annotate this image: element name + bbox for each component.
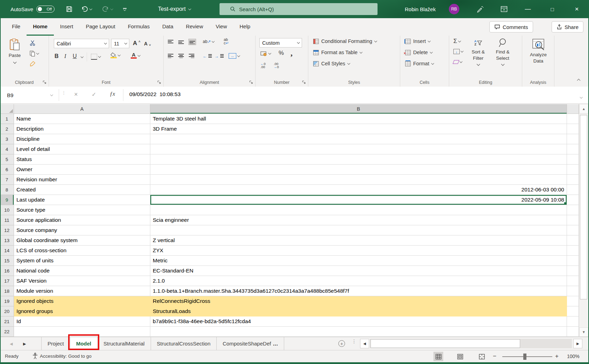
cell-c12[interactable] [567, 225, 579, 235]
normal-view-button[interactable] [433, 352, 443, 361]
cell-a17[interactable]: SAF Version [14, 276, 150, 286]
cell-a10[interactable]: Source type [14, 205, 150, 215]
cancel-entry-icon[interactable]: × [74, 91, 78, 98]
scroll-left-button[interactable]: ◀ [360, 339, 369, 348]
cell-a15[interactable]: System of units [14, 256, 150, 266]
row-header-17[interactable]: 17 [0, 276, 14, 286]
customize-quick-access-button[interactable] [123, 0, 127, 18]
cell-a18[interactable]: Module version [14, 286, 150, 296]
row-header-1[interactable]: 1 [0, 114, 14, 124]
cell-b7[interactable] [150, 175, 567, 185]
cell-b14[interactable]: ZYX [150, 246, 567, 256]
ribbon-tab-view[interactable]: View [209, 18, 233, 36]
merge-center-button[interactable]: ↔ [229, 53, 240, 59]
cell-b5[interactable] [150, 154, 567, 165]
cell-c11[interactable] [567, 215, 579, 225]
cell-c17[interactable] [567, 276, 579, 286]
cell-c16[interactable] [567, 266, 579, 276]
paste-button[interactable]: Paste [6, 38, 24, 63]
orientation-button[interactable]: ab↗ [203, 39, 214, 44]
row-header-5[interactable]: 5 [0, 154, 14, 165]
sheet-tab-model[interactable]: Model [70, 337, 98, 350]
font-dialog-launcher[interactable] [157, 80, 161, 84]
bottom-align-button[interactable] [189, 39, 196, 45]
cell-b19[interactable]: RelConnectsRigidCross [150, 296, 567, 306]
copy-button[interactable] [29, 50, 39, 57]
cut-button[interactable] [29, 40, 36, 46]
document-title[interactable]: Test-export [158, 0, 191, 18]
cell-c10[interactable] [567, 205, 579, 215]
cell-a6[interactable]: Owner [14, 165, 150, 175]
column-header-b[interactable]: B [150, 104, 567, 114]
sheet-tab-structuralmaterial[interactable]: StructuralMaterial [98, 337, 151, 350]
cell-c21[interactable] [567, 316, 579, 327]
cell-a16[interactable]: National code [14, 266, 150, 276]
row-header-18[interactable]: 18 [0, 286, 14, 296]
collapse-ribbon-button[interactable] [577, 77, 580, 83]
share-button[interactable]: Share [552, 21, 583, 32]
search-input[interactable]: Search (Alt+Q) [220, 3, 378, 15]
find-select-button[interactable]: Find & Select [491, 38, 514, 65]
cell-a3[interactable]: Discipline [14, 134, 150, 144]
ribbon-tab-insert[interactable]: Insert [54, 18, 80, 36]
confirm-entry-icon[interactable]: ✓ [92, 91, 96, 98]
ribbon-tab-file[interactable]: File [6, 18, 27, 36]
sheet-tab-compositeshapedef[interactable]: CompositeShapeDef… [217, 337, 284, 350]
sheet-nav-next-icon[interactable]: ▶ [23, 342, 26, 346]
horizontal-scrollbar-track[interactable] [370, 339, 572, 348]
borders-button[interactable] [91, 54, 101, 60]
cell-b11[interactable]: Scia enginneer [150, 215, 567, 225]
vertical-scrollbar-thumb[interactable] [580, 115, 587, 299]
formula-bar-resize-handle[interactable]: ⋮ [62, 92, 66, 94]
insert-function-icon[interactable]: ƒx [110, 91, 115, 97]
cell-c6[interactable] [567, 165, 579, 175]
cell-c5[interactable] [567, 154, 579, 165]
percent-style-button[interactable]: % [279, 50, 284, 57]
clipboard-dialog-launcher[interactable] [43, 80, 46, 84]
increase-font-size-button[interactable]: A˄ [133, 40, 141, 47]
cell-b8[interactable]: 2012-06-03 00:00 [150, 185, 567, 195]
cell-c2[interactable] [567, 124, 579, 134]
scroll-right-button[interactable]: ▶ [573, 339, 582, 348]
formula-input[interactable]: 09/05/2022 10:08:53 [129, 91, 181, 97]
tab-strip-resize-handle[interactable]: ⋮ [352, 340, 357, 343]
row-header-6[interactable]: 6 [0, 165, 14, 175]
cell-a22[interactable] [14, 327, 150, 337]
cell-b18[interactable]: 1.1.0-beta.1+Branch.master.Sha.3443735d3… [150, 286, 567, 296]
conditional-formatting-button[interactable]: Conditional Formatting [313, 38, 376, 44]
ribbon-tab-help[interactable]: Help [233, 18, 257, 36]
zoom-level[interactable]: 100% [567, 354, 580, 359]
zoom-slider-track[interactable] [502, 356, 552, 357]
cell-b13[interactable]: Z vertical [150, 235, 567, 246]
cell-a12[interactable]: Source company [14, 225, 150, 235]
autosave-pill[interactable]: Off [36, 6, 55, 13]
column-header-a[interactable]: A [14, 104, 150, 114]
middle-align-button[interactable] [178, 40, 184, 44]
comments-button[interactable]: Comments [489, 21, 533, 32]
zoom-in-button[interactable]: + [555, 353, 559, 360]
insert-cells-button[interactable]: Insert [405, 38, 430, 44]
horizontal-scrollbar-thumb[interactable] [371, 339, 520, 348]
maximize-button[interactable]: □ [545, 0, 559, 18]
undo-chevron-icon[interactable] [89, 7, 92, 10]
cell-a9[interactable]: Last update [14, 195, 150, 205]
cell-c22[interactable] [567, 327, 579, 337]
cell-c1[interactable] [567, 114, 579, 124]
cell-b21[interactable]: b7a9b9c1-f38a-46ee-bd2a-5d5fc12fcda4 [150, 316, 567, 327]
format-cells-button[interactable]: Format [405, 61, 433, 66]
zoom-slider-thumb[interactable] [523, 354, 526, 360]
column-header-partial[interactable] [567, 104, 579, 114]
cell-b12[interactable] [150, 225, 567, 235]
row-header-3[interactable]: 3 [0, 134, 14, 144]
cell-a21[interactable]: Id [14, 316, 150, 327]
sort-filter-button[interactable]: AZ Sort & Filter [467, 38, 489, 65]
cell-styles-button[interactable]: Cell Styles [313, 61, 350, 66]
row-header-11[interactable]: 11 [0, 215, 14, 225]
row-header-14[interactable]: 14 [0, 246, 14, 256]
font-color-button[interactable]: A [131, 52, 140, 59]
cell-c7[interactable] [567, 175, 579, 185]
cell-a19[interactable]: Ignored objects [14, 296, 150, 306]
save-button[interactable] [66, 0, 73, 18]
row-header-16[interactable]: 16 [0, 266, 14, 276]
fill-color-button[interactable] [110, 52, 120, 58]
